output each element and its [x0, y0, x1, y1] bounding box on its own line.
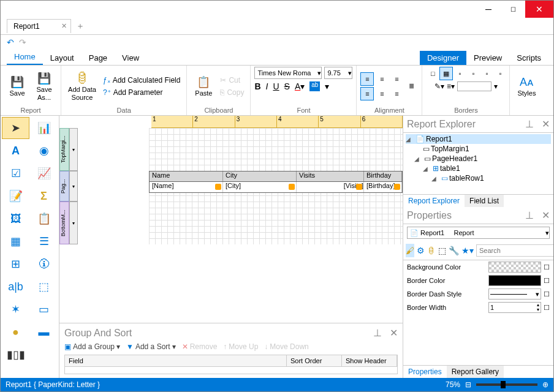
- align-center-button[interactable]: ≡: [375, 72, 389, 86]
- close-icon[interactable]: ✕: [390, 328, 398, 338]
- tool-info[interactable]: 🛈: [30, 253, 58, 275]
- font-color-button[interactable]: A▾: [295, 81, 305, 91]
- tool-table[interactable]: ⊞: [2, 253, 29, 275]
- category-data[interactable]: 🛢: [427, 244, 436, 257]
- properties-search[interactable]: [476, 244, 553, 257]
- pin-icon[interactable]: ⊥: [373, 328, 382, 338]
- mode-preview[interactable]: Preview: [466, 51, 509, 65]
- align-top-button[interactable]: ≡: [360, 87, 374, 100]
- tree-node-pageheader[interactable]: ◢▭PageHeader1: [406, 154, 551, 164]
- design-surface[interactable]: 123456 TopMargi... ▾ Pag... ▾ Name City: [59, 116, 403, 323]
- mode-designer[interactable]: Designer: [420, 51, 466, 65]
- tool-character[interactable]: a|b: [2, 276, 29, 298]
- tab-report-explorer[interactable]: Report Explorer: [403, 195, 465, 207]
- band-topmargin[interactable]: TopMargi... ▾: [59, 128, 403, 171]
- add-datasource-button[interactable]: 🛢 Add Data Source: [65, 69, 99, 104]
- italic-button[interactable]: I: [266, 81, 268, 91]
- tool-barcode[interactable]: ▮▯▮: [2, 344, 29, 366]
- close-icon[interactable]: ✕: [542, 210, 550, 221]
- undo-button[interactable]: ↶: [7, 37, 14, 47]
- tree-node-table[interactable]: ◢⊞table1: [406, 164, 551, 173]
- tree-node-tablerow[interactable]: ◢▭tableRow1: [406, 173, 551, 183]
- prop-row[interactable]: Border Width 1▴▾ ☐: [403, 301, 553, 314]
- save-button[interactable]: 💾 Save: [4, 69, 30, 104]
- tool-sum[interactable]: Σ: [30, 185, 58, 207]
- table-data-row[interactable]: [Name] [City] [Visits] [Birthday]: [149, 182, 403, 193]
- number-input[interactable]: 1▴▾: [488, 302, 541, 313]
- category-appearance[interactable]: 🖌: [406, 244, 414, 257]
- border-all-button[interactable]: ▦: [439, 67, 453, 80]
- reset-checkbox[interactable]: ☐: [544, 290, 550, 298]
- tool-label[interactable]: A: [2, 140, 29, 162]
- dash-select[interactable]: ▾: [488, 288, 541, 300]
- collapse-toggle[interactable]: ▾: [69, 128, 78, 171]
- border-style-select[interactable]: [457, 81, 491, 91]
- align-middle-button[interactable]: ≡: [375, 87, 389, 100]
- category-layout[interactable]: ⬚: [438, 244, 446, 257]
- border-width-button[interactable]: ≡▾: [447, 82, 455, 91]
- tree-node-topmargin[interactable]: ▭TopMargin1: [406, 144, 551, 154]
- align-right-button[interactable]: ≡: [390, 72, 403, 86]
- favorites-button[interactable]: ★▾: [461, 244, 474, 257]
- category-behavior[interactable]: ⚙: [417, 244, 425, 257]
- tool-picture[interactable]: 🖼: [2, 208, 29, 230]
- tool-shape[interactable]: ⬚: [30, 276, 58, 298]
- ribbon-tab-page[interactable]: Page: [82, 51, 115, 65]
- close-button[interactable]: ✕: [525, 1, 553, 18]
- reset-checkbox[interactable]: ☐: [544, 263, 550, 271]
- bold-button[interactable]: B: [254, 81, 260, 91]
- mode-scripts[interactable]: Scripts: [509, 51, 548, 65]
- tool-chart[interactable]: 📊: [30, 117, 58, 139]
- add-group-button[interactable]: ▣Add a Group ▾: [64, 342, 120, 351]
- move-up-button[interactable]: ↑Move Up: [223, 342, 258, 351]
- prop-row[interactable]: Background Color ☐: [403, 260, 553, 274]
- copy-button[interactable]: ⎘ Copy: [218, 87, 246, 98]
- tool-pagebreak[interactable]: ●: [2, 321, 29, 343]
- zoom-slider[interactable]: [476, 383, 537, 386]
- tool-pointer[interactable]: ➤: [2, 117, 29, 139]
- minimize-button[interactable]: —: [476, 2, 501, 17]
- zoom-out-button[interactable]: ⊟: [465, 380, 471, 389]
- band-pageheader[interactable]: Pag... ▾ Name City Visits Birthday [Name…: [59, 171, 403, 202]
- prop-row[interactable]: Border Color ☐: [403, 274, 553, 287]
- tree-node-report[interactable]: ◢📄Report1: [406, 134, 551, 144]
- strike-button[interactable]: S: [284, 81, 290, 91]
- tool-line[interactable]: ✶: [2, 298, 29, 320]
- prop-row[interactable]: Border Dash Style ▾ ☐: [403, 287, 553, 301]
- tool-sparkline[interactable]: 📈: [30, 162, 58, 184]
- border-color-button[interactable]: ✎▾: [434, 82, 444, 91]
- align-left-button[interactable]: ≡: [360, 72, 374, 86]
- table-header-row[interactable]: Name City Visits Birthday: [149, 171, 403, 182]
- save-as-button[interactable]: 💾 Save As...: [31, 69, 57, 104]
- tool-list[interactable]: ☰: [30, 230, 58, 252]
- styles-button[interactable]: Aᴀ Styles: [514, 69, 539, 104]
- band-bottommargin[interactable]: BottomM... ▾: [59, 202, 403, 244]
- font-family-select[interactable]: Times New Roma▾: [254, 67, 322, 79]
- remove-button[interactable]: ✕Remove: [182, 342, 218, 351]
- move-down-button[interactable]: ↓Move Down: [264, 342, 308, 351]
- tab-close-icon[interactable]: ✕: [61, 22, 67, 30]
- tool-crossband[interactable]: ▭: [30, 298, 58, 320]
- tab-field-list[interactable]: Field List: [465, 195, 504, 207]
- cut-button[interactable]: ✂ Cut: [218, 75, 246, 86]
- pin-icon[interactable]: ⊥: [525, 210, 534, 221]
- add-parameter-button[interactable]: ?⁺ Add Parameter: [101, 87, 183, 98]
- collapse-toggle[interactable]: ▾: [69, 202, 78, 244]
- add-calc-field-button[interactable]: ƒₓ Add Calculated Field: [101, 75, 183, 86]
- add-tab-button[interactable]: ＋: [76, 21, 85, 32]
- tab-report1[interactable]: Report1 ✕: [7, 19, 71, 33]
- object-selector[interactable]: 📄 Report1 Report▾: [407, 227, 550, 239]
- tool-richtext[interactable]: 📝: [2, 185, 29, 207]
- ribbon-tab-home[interactable]: Home: [7, 50, 43, 65]
- reset-checkbox[interactable]: ☐: [544, 304, 550, 312]
- collapse-toggle[interactable]: ▾: [69, 171, 78, 202]
- add-sort-button[interactable]: ▼Add a Sort ▾: [126, 342, 176, 351]
- close-icon[interactable]: ✕: [542, 119, 550, 129]
- border-t-button[interactable]: ▫: [466, 67, 480, 80]
- reset-checkbox[interactable]: ☐: [544, 277, 550, 285]
- border-r-button[interactable]: ▫: [480, 67, 493, 80]
- tool-crossline[interactable]: ▬: [30, 321, 58, 343]
- tab-properties[interactable]: Properties: [403, 366, 447, 378]
- border-l-button[interactable]: ▫: [453, 67, 466, 80]
- tool-gauge[interactable]: ◉: [30, 140, 58, 162]
